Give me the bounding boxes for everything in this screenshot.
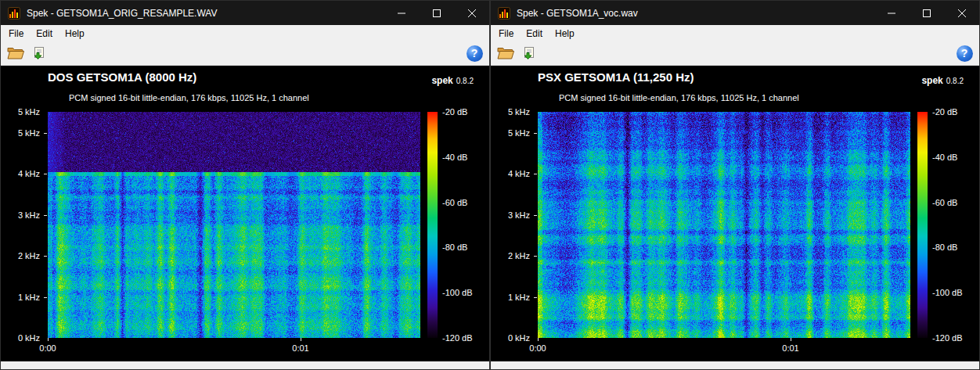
format-line: PCM signed 16-bit little-endian, 176 kbp…	[559, 93, 799, 102]
close-button[interactable]	[944, 1, 979, 25]
time-axis: 0:00 0:01	[48, 338, 420, 355]
app-icon	[498, 7, 510, 20]
spectrogram	[538, 112, 910, 338]
spectrogram-panel: PSX GETSOM1A (11,250 Hz) spek0.8.2 PCM s…	[491, 66, 979, 361]
format-line: PCM signed 16-bit little-endian, 176 kbp…	[69, 93, 309, 102]
freq-label: 1 kHz	[18, 293, 40, 302]
brand: spek0.8.2	[921, 73, 964, 87]
menubar: File Edit Help	[491, 25, 979, 41]
folder-icon	[7, 46, 24, 60]
db-label: -120 dB	[932, 333, 963, 343]
freq-label: 5 kHz	[18, 128, 40, 138]
colorbar	[917, 112, 928, 338]
freq-tick	[44, 215, 47, 216]
freq-label: 5 kHz	[508, 107, 530, 117]
spectrogram-panel: DOS GETSOM1A (8000 Hz) spek0.8.2 PCM sig…	[1, 66, 489, 361]
toolbar: ?	[491, 41, 979, 66]
maximize-button[interactable]	[909, 1, 944, 25]
freq-label: 5 kHz	[18, 107, 40, 117]
window-footer	[1, 361, 489, 369]
window-controls	[384, 1, 489, 25]
time-label: 0:01	[782, 343, 798, 353]
save-button[interactable]	[517, 43, 541, 64]
db-label: -60 dB	[442, 198, 467, 207]
menu-help[interactable]: Help	[549, 27, 581, 41]
app-icon	[8, 7, 20, 20]
help-button[interactable]: ?	[463, 43, 486, 64]
db-label: -40 dB	[442, 153, 467, 162]
brand-version: 0.8.2	[456, 77, 474, 85]
freq-tick	[534, 256, 537, 257]
help-icon: ?	[957, 45, 973, 62]
freq-tick	[534, 174, 537, 174]
freq-label: 4 kHz	[508, 169, 530, 178]
db-label: -60 dB	[932, 198, 957, 207]
time-label: 0:01	[292, 343, 308, 353]
freq-tick	[44, 174, 47, 174]
freq-label: 0 kHz	[508, 333, 530, 343]
freq-label: 3 kHz	[508, 210, 530, 220]
menu-help[interactable]: Help	[59, 27, 91, 41]
freq-label: 0 kHz	[18, 333, 40, 343]
time-tick	[48, 338, 49, 341]
close-button[interactable]	[454, 1, 489, 25]
spectrogram-canvas	[48, 112, 420, 338]
window-left: Spek - GETSOM1A_ORIG_RESAMPLE.WAV File E…	[0, 0, 490, 370]
save-icon	[521, 46, 537, 60]
titlebar[interactable]: Spek - GETSOM1A_ORIG_RESAMPLE.WAV	[1, 1, 489, 25]
time-label: 0:00	[39, 343, 56, 353]
menu-file[interactable]: File	[492, 27, 520, 41]
menu-edit[interactable]: Edit	[30, 27, 59, 41]
window-right: Spek - GETSOM1A_voc.wav File Edit Help	[490, 0, 980, 370]
brand-version: 0.8.2	[946, 77, 964, 85]
folder-icon	[497, 46, 514, 60]
freq-label: 1 kHz	[508, 293, 530, 302]
colorbar	[427, 112, 438, 338]
time-tick	[301, 338, 301, 341]
menu-edit[interactable]: Edit	[520, 27, 549, 41]
spectrogram	[48, 112, 420, 338]
freq-label: 2 kHz	[18, 251, 40, 260]
menubar: File Edit Help	[1, 25, 489, 41]
freq-tick	[44, 133, 47, 134]
freq-tick	[534, 297, 537, 298]
minimize-button[interactable]	[384, 1, 419, 25]
brand-name: spek	[921, 75, 942, 86]
window-footer	[491, 361, 979, 369]
db-label: -100 dB	[932, 288, 963, 297]
freq-tick	[44, 297, 47, 298]
menu-file[interactable]: File	[2, 27, 30, 41]
window-title: Spek - GETSOM1A_ORIG_RESAMPLE.WAV	[27, 8, 384, 19]
window-controls	[874, 1, 979, 25]
window-title: Spek - GETSOM1A_voc.wav	[517, 8, 874, 19]
frequency-axis: 5 kHz 5 kHz 4 kHz 3 kHz 2 kHz 1 kHz 0 kH…	[491, 112, 537, 338]
save-icon	[31, 46, 47, 60]
help-glyph: ?	[961, 47, 968, 59]
db-label: -20 dB	[442, 107, 467, 117]
open-file-button[interactable]	[494, 43, 517, 64]
plot-title: PSX GETSOM1A (11,250 Hz)	[538, 70, 694, 84]
freq-label: 3 kHz	[18, 210, 40, 220]
plot-title: DOS GETSOM1A (8000 Hz)	[48, 70, 196, 84]
brand-name: spek	[431, 75, 452, 86]
db-label: -20 dB	[932, 107, 957, 117]
save-button[interactable]	[27, 43, 51, 64]
db-label: -100 dB	[442, 288, 473, 297]
db-label: -80 dB	[932, 242, 957, 252]
db-label: -40 dB	[932, 153, 957, 162]
freq-label: 5 kHz	[508, 128, 530, 138]
maximize-button[interactable]	[419, 1, 454, 25]
titlebar[interactable]: Spek - GETSOM1A_voc.wav	[491, 1, 979, 25]
spectrogram-canvas	[538, 112, 910, 338]
time-tick	[538, 338, 539, 341]
freq-tick	[534, 133, 537, 134]
help-button[interactable]: ?	[953, 43, 976, 64]
frequency-axis: 5 kHz 5 kHz 4 kHz 3 kHz 2 kHz 1 kHz 0 kH…	[1, 112, 47, 338]
help-icon: ?	[467, 45, 483, 62]
minimize-button[interactable]	[874, 1, 909, 25]
open-file-button[interactable]	[4, 43, 27, 64]
help-glyph: ?	[471, 47, 478, 59]
freq-tick	[44, 256, 47, 257]
time-label: 0:00	[529, 343, 546, 353]
freq-tick	[534, 215, 537, 216]
